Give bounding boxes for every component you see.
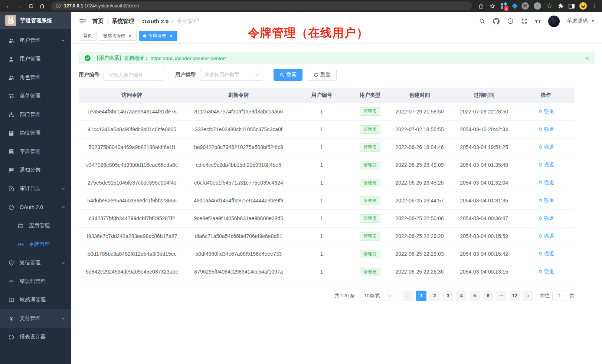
sidebar-item-menu[interactable]: 菜单管理 [0,87,71,105]
browser-home-icon[interactable] [37,1,47,11]
sidebar-item-label: 通知公告 [20,167,40,173]
extension-command-icon[interactable]: ⌘ [521,2,529,10]
force-logout-button[interactable]: 强退 [538,268,554,275]
access-token-cell: 1ea5e44f8bc1467aaede43144f31de76 [79,103,185,120]
browser-reload-icon[interactable] [26,1,36,11]
side-panel-icon[interactable] [569,4,575,9]
pagination-more-button[interactable]: ••• [496,291,507,301]
sidebar-item-sensitive-word[interactable]: 敏感词管理 [0,291,71,309]
page-button-2[interactable]: 2 [429,291,440,301]
collapse-sidebar-icon[interactable] [79,17,86,25]
browser-menu-icon[interactable]: ⋮ [592,3,597,9]
sidebar-item-role[interactable]: 角色管理 [0,68,71,87]
extension-dot-icon[interactable] [534,2,541,10]
browser-forward-icon[interactable]: → [15,1,24,11]
page-button-4[interactable]: 4 [456,291,467,301]
tab-token[interactable]: 令牌管理✕ [139,31,177,41]
sidebar-item-post[interactable]: 岗位管理 [0,124,71,142]
alert-close-icon[interactable]: ✕ [585,55,589,61]
tenant-icon [8,37,15,44]
sidebar-item-label: 错误码管理 [20,278,46,285]
breadcrumb-item[interactable]: 首页 [92,18,104,25]
force-logout-button[interactable]: 强退 [538,108,554,115]
sidebar-item-error-code[interactable]: </>错误码管理 [0,272,71,291]
sidebar-item-sms[interactable]: 短信管理 [0,254,71,272]
prev-page-button[interactable]: ‹ [403,291,413,301]
goto-unit: 页 [570,292,575,299]
table-row: 1ea5e44f8bc1467aaede43144f31de76811c5304… [79,103,575,120]
force-logout-button[interactable]: 强退 [538,126,554,133]
github-icon[interactable] [493,18,500,25]
doc-link[interactable]: https://doc.iocoder.cn/user-center/ [151,56,226,61]
sidebar-item-dict[interactable]: 字典管理 [0,142,71,161]
help-icon[interactable] [507,18,514,25]
reset-button[interactable]: 重置 [308,69,337,81]
force-logout-button[interactable]: 强退 [538,251,554,257]
page-button-5[interactable]: 5 [470,291,480,301]
force-logout-button[interactable]: 强退 [538,215,554,222]
site-info-icon[interactable] [56,3,61,9]
extension-star-icon[interactable] [546,3,553,9]
fullscreen-icon[interactable] [521,18,528,25]
sidebar-item-user[interactable]: 用户管理 [0,50,71,68]
action-cell: 强退 [517,174,575,192]
sidebar-item-oauth2[interactable]: OAuth 2.0 [0,198,71,216]
next-page-button[interactable]: › [523,291,533,301]
user-avatar[interactable] [548,16,560,27]
force-logout-button[interactable]: 强退 [538,179,554,186]
sidebar-item-oauth2-token[interactable]: ((A))令牌管理 [0,235,71,254]
refresh-token-cell: be90422b8c7946218275a508bf524fc9 [185,138,292,156]
tab-close-icon[interactable]: ✕ [169,34,173,38]
post-icon [8,130,15,137]
user-type-cell: 管理员 [351,103,389,120]
tab-sensitive-word[interactable]: 敏感词管理✕ [99,31,137,41]
page-button-6[interactable]: 6 [483,291,493,301]
sidebar-item-notice[interactable]: 通知公告 [0,161,71,179]
force-logout-button[interactable]: 强退 [538,197,554,204]
share-icon[interactable] [478,3,484,9]
profile-emoji-icon[interactable] [579,2,587,10]
sidebar-item-report-designer[interactable]: 报表设计器 [0,328,71,346]
breadcrumb-item[interactable]: OAuth 2.0 [142,18,169,24]
browser-back-icon[interactable]: ← [4,1,13,11]
search-icon[interactable] [479,18,486,25]
tab-close-icon[interactable]: ✕ [128,34,132,38]
user-type-cell: 管理员 [351,192,389,209]
sidebar-item-audit-log[interactable]: 审计日志 [0,179,71,198]
chevron-down-icon[interactable]: ▼ [591,19,595,23]
force-logout-button[interactable]: 强退 [538,144,554,150]
tab-home[interactable]: 首页 [79,31,96,41]
page-size-select[interactable]: 10条/页 [361,291,395,301]
extension-grid-icon[interactable]: 9 [500,2,508,10]
page-button-12[interactable]: 12 [510,291,520,301]
sidebar-item-pay[interactable]: ¥支付管理 [0,309,71,328]
goto-page-input[interactable] [552,291,567,301]
sidebar-item-dept[interactable]: 部门管理 [0,105,71,124]
extension-gem-icon[interactable] [513,4,517,8]
username[interactable]: 芋道源码 [567,18,588,24]
force-logout-button[interactable]: 强退 [538,233,554,239]
sidebar-item-label: 支付管理 [20,315,40,322]
user-id-input[interactable] [104,69,164,81]
page-button-3[interactable]: 3 [443,291,453,301]
sidebar-item-label: 令牌管理 [29,241,50,248]
font-size-icon[interactable]: тT [535,18,542,25]
sidebar-item-tenant[interactable]: 租户管理 [0,31,71,50]
app-logo[interactable]: 芋道管理系统 [0,12,71,29]
url-bar[interactable]: 127.0.0.1:1024/system/oauth2/token [51,1,472,10]
action-cell: 强退 [517,103,575,120]
user-type-select[interactable]: 请选择用户类型 [200,69,263,81]
force-logout-button[interactable]: 强退 [538,162,554,168]
search-button[interactable]: 搜索 [274,69,302,81]
table-row: 6d842e2924594de9a09e45e087323abe8796295f… [79,263,575,281]
user-type-badge: 管理员 [360,107,380,116]
breadcrumb-item[interactable]: 系统管理 [112,18,134,25]
audit-log-icon [8,185,15,192]
sidebar-item-oauth2-app[interactable]: 应用管理 [0,216,71,235]
extension-puzzle-icon[interactable] [557,3,564,9]
bookmark-star-icon[interactable] [489,3,495,9]
dict-icon [8,148,15,155]
user-id-label: 用户编号 [79,72,99,78]
expire-time-cell: 2054-03-04 00:13:15 [451,263,517,281]
page-button-1[interactable]: 1 [416,291,426,301]
